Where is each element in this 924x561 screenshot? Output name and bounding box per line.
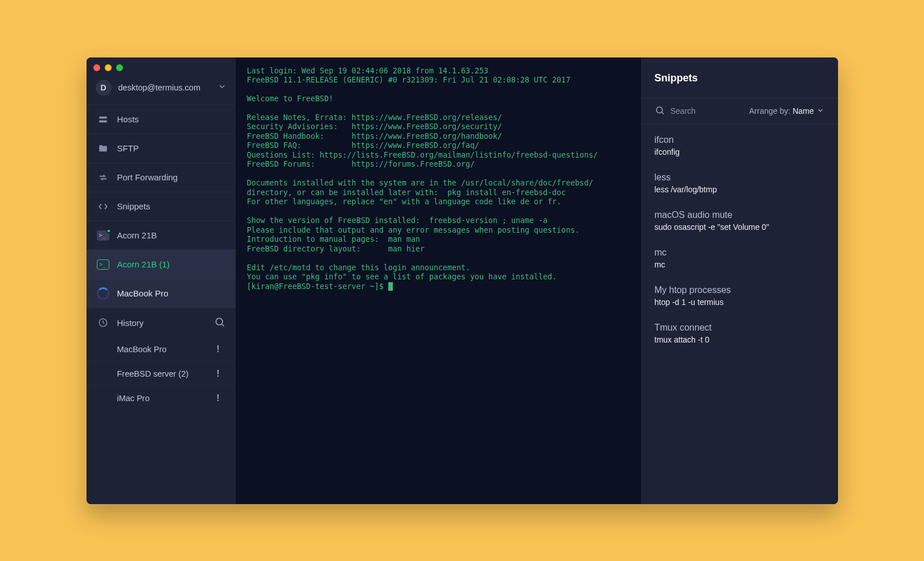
search-icon[interactable] xyxy=(214,316,225,329)
snippets-icon xyxy=(97,200,109,213)
nav-hosts-label: Hosts xyxy=(117,114,139,124)
svg-rect-0 xyxy=(99,116,107,118)
session-acorn-21b-1[interactable]: >_ Acorn 21B (1) xyxy=(87,250,236,279)
app-window: D desktop@termius.com Hosts SFTP Port Fo… xyxy=(87,57,838,504)
chevron-down-icon xyxy=(217,82,227,93)
terminal-icon: >_ xyxy=(97,229,109,242)
hosts-icon xyxy=(97,113,109,126)
history-item-imac-pro[interactable]: iMac Pro ! xyxy=(87,386,236,410)
chevron-down-icon xyxy=(816,106,824,116)
alert-icon: ! xyxy=(216,344,219,354)
arrange-by-dropdown[interactable]: Arrange by: Name xyxy=(749,106,824,116)
panel-title: Snippets xyxy=(641,57,838,98)
nav-sftp-label: SFTP xyxy=(117,143,139,153)
snippet-title: Tmux connect xyxy=(655,323,824,333)
history-icon xyxy=(97,316,109,329)
snippet-title: macOS audio mute xyxy=(655,210,824,220)
snippet-item[interactable]: My htop processes htop -d 1 -u termius xyxy=(655,277,824,315)
snippet-title: mc xyxy=(655,248,824,258)
session-label: Acorn 21B (1) xyxy=(117,259,170,269)
nav-snippets-label: Snippets xyxy=(117,201,150,211)
svg-line-4 xyxy=(221,324,224,326)
panel-toolbar: Arrange by: Name xyxy=(641,98,838,125)
snippet-command: tmux attach -t 0 xyxy=(655,335,824,344)
loading-spinner-icon xyxy=(97,287,109,300)
search-icon xyxy=(655,105,665,117)
alert-icon: ! xyxy=(216,369,219,379)
snippets-search[interactable] xyxy=(655,105,722,117)
svg-rect-1 xyxy=(99,120,107,122)
history-item-label: MacBook Pro xyxy=(117,345,167,354)
terminal-pane[interactable]: Last login: Wed Sep 19 02:44:06 2018 fro… xyxy=(236,57,641,504)
folder-icon xyxy=(97,142,109,155)
snippet-command: sudo osascript -e "set Volume 0" xyxy=(655,222,824,232)
session-label: Acorn 21B xyxy=(117,230,157,240)
snippet-item[interactable]: mc mc xyxy=(655,240,824,277)
history-label: History xyxy=(117,318,144,328)
snippet-command: less /var/log/btmp xyxy=(655,185,824,194)
terminal-cursor xyxy=(388,282,393,291)
avatar: D xyxy=(96,80,112,96)
session-acorn-21b[interactable]: >_ Acorn 21B xyxy=(87,221,236,250)
snippet-command: ifconfig xyxy=(655,147,824,156)
snippet-item[interactable]: ifcon ifconfig xyxy=(655,127,824,164)
history-item-label: iMac Pro xyxy=(117,394,150,403)
nav-hosts[interactable]: Hosts xyxy=(87,105,236,134)
snippet-item[interactable]: less less /var/log/btmp xyxy=(655,164,824,202)
terminal-output: Last login: Wed Sep 19 02:44:06 2018 fro… xyxy=(247,67,630,292)
snippet-item[interactable]: Tmux connect tmux attach -t 0 xyxy=(655,315,824,352)
snippet-list: ifcon ifconfig less less /var/log/btmp m… xyxy=(641,125,838,354)
snippets-search-input[interactable] xyxy=(671,106,722,116)
nav-port-forwarding-label: Port Forwarding xyxy=(117,172,178,182)
arrange-by-label: Arrange by: xyxy=(749,106,790,116)
port-forwarding-icon xyxy=(97,171,109,184)
alert-icon: ! xyxy=(216,393,219,403)
history-item-macbook-pro[interactable]: MacBook Pro ! xyxy=(87,337,236,361)
nav-history[interactable]: History xyxy=(87,308,236,337)
snippet-title: ifcon xyxy=(655,135,824,145)
account-dropdown[interactable]: D desktop@termius.com xyxy=(87,73,236,105)
snippet-item[interactable]: macOS audio mute sudo osascript -e "set … xyxy=(655,202,824,240)
maximize-window-button[interactable] xyxy=(116,64,123,71)
svg-line-6 xyxy=(662,112,663,114)
close-window-button[interactable] xyxy=(93,64,100,71)
history-item-label: FreeBSD server (2) xyxy=(117,369,189,378)
snippet-title: less xyxy=(655,172,824,183)
snippets-panel: Snippets Arrange by: Name ifcon ifconfig xyxy=(641,57,838,504)
minimize-window-button[interactable] xyxy=(105,64,112,71)
snippet-command: mc xyxy=(655,260,824,269)
session-label: MacBook Pro xyxy=(117,288,169,298)
svg-point-3 xyxy=(216,318,223,325)
nav-port-forwarding[interactable]: Port Forwarding xyxy=(87,163,236,192)
history-item-freebsd-server[interactable]: FreeBSD server (2) ! xyxy=(87,361,236,386)
terminal-icon: >_ xyxy=(97,258,109,271)
snippet-command: htop -d 1 -u termius xyxy=(655,298,824,307)
arrange-by-value: Name xyxy=(792,106,814,116)
window-controls xyxy=(93,64,123,71)
svg-point-5 xyxy=(656,107,663,113)
sidebar: D desktop@termius.com Hosts SFTP Port Fo… xyxy=(87,57,236,504)
nav-snippets[interactable]: Snippets xyxy=(87,192,236,221)
snippet-title: My htop processes xyxy=(655,285,824,295)
account-label: desktop@termius.com xyxy=(118,83,211,92)
session-macbook-pro[interactable]: MacBook Pro xyxy=(87,279,236,308)
nav-sftp[interactable]: SFTP xyxy=(87,134,236,163)
